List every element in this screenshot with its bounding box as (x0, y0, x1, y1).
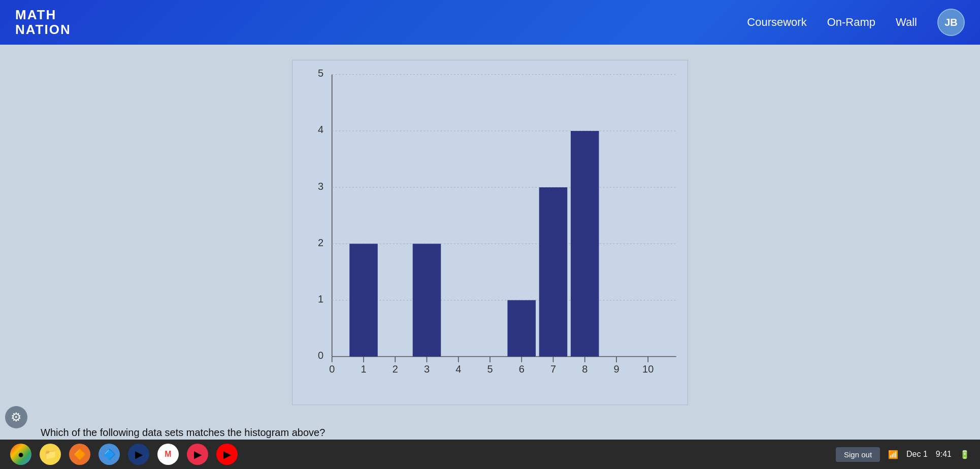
bar-6 (507, 300, 536, 356)
blue-task-icon[interactable]: 🔷 (99, 444, 120, 465)
youtube-icon[interactable]: ▶ (216, 444, 238, 465)
avatar[interactable]: JB (937, 9, 965, 36)
logo-nation: NATION (15, 22, 71, 37)
navbar: MATH NATION Coursework On-Ramp Wall JB (0, 0, 980, 45)
bar-7 (539, 187, 568, 356)
logo: MATH NATION (15, 8, 71, 37)
svg-text:2: 2 (318, 237, 323, 248)
svg-text:7: 7 (550, 363, 556, 375)
bar-3 (413, 244, 441, 356)
nav-link-coursework[interactable]: Coursework (747, 16, 806, 29)
nav-link-on-ramp[interactable]: On-Ramp (827, 16, 875, 29)
taskbar-app-icons: ● 📁 🔶 🔷 ▶ M ▶ ▶ (10, 444, 238, 465)
svg-text:2: 2 (393, 363, 398, 375)
battery-icon: 🔋 (960, 450, 970, 459)
question-text: Which of the following data sets matches… (41, 427, 325, 439)
svg-text:5: 5 (487, 363, 493, 375)
main-content: 1 2 3 4 5 0 0 1 2 3 4 5 6 7 8 9 10 (0, 45, 980, 469)
nav-link-wall[interactable]: Wall (896, 16, 917, 29)
chart-container: 1 2 3 4 5 0 0 1 2 3 4 5 6 7 8 9 10 (292, 60, 688, 405)
svg-text:3: 3 (318, 181, 323, 192)
svg-text:4: 4 (318, 124, 323, 135)
svg-text:1: 1 (361, 363, 366, 375)
chrome-icon[interactable]: ● (10, 444, 31, 465)
logo-math: MATH (15, 8, 71, 22)
files-icon[interactable]: 📁 (40, 444, 61, 465)
svg-text:0: 0 (318, 350, 323, 361)
nav-links: Coursework On-Ramp Wall JB (747, 9, 965, 36)
taskbar-date: Dec 1 (906, 450, 928, 459)
svg-text:1: 1 (318, 293, 323, 305)
svg-text:9: 9 (613, 363, 619, 375)
wifi-icon: 📶 (888, 450, 898, 459)
svg-text:8: 8 (582, 363, 587, 375)
svg-text:4: 4 (455, 363, 461, 375)
orange-app-icon[interactable]: 🔶 (69, 444, 90, 465)
svg-text:0: 0 (329, 363, 335, 375)
svg-text:3: 3 (424, 363, 430, 375)
bar-1 (349, 244, 378, 356)
taskbar: ● 📁 🔶 🔷 ▶ M ▶ ▶ Sign out 📶 Dec 1 9:41 🔋 (0, 440, 980, 469)
play-icon[interactable]: ▶ (187, 444, 208, 465)
svg-text:5: 5 (318, 68, 323, 79)
histogram-chart: 1 2 3 4 5 0 0 1 2 3 4 5 6 7 8 9 10 (292, 60, 688, 405)
taskbar-right: Sign out 📶 Dec 1 9:41 🔋 (836, 447, 970, 462)
settings-icon[interactable]: ⚙ (5, 406, 27, 428)
bar-8 (571, 131, 599, 357)
svg-text:6: 6 (519, 363, 525, 375)
dark-blue-icon[interactable]: ▶ (128, 444, 149, 465)
signout-button[interactable]: Sign out (836, 447, 880, 462)
svg-text:10: 10 (642, 363, 654, 375)
taskbar-time: 9:41 (936, 450, 952, 459)
gmail-icon[interactable]: M (157, 444, 179, 465)
